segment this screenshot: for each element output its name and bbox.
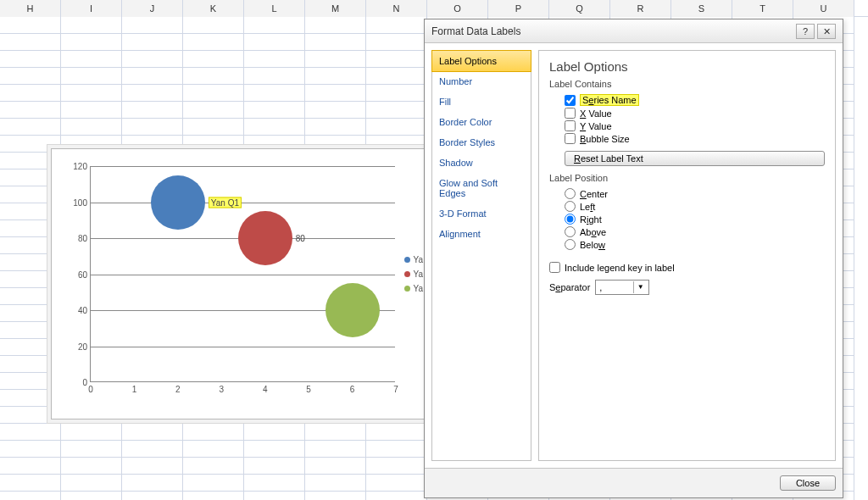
cell[interactable] [122,475,183,492]
cell[interactable] [183,475,244,492]
cell[interactable] [366,102,427,119]
cell[interactable] [183,17,244,34]
cell[interactable] [305,492,366,500]
label-position-radio[interactable] [565,188,576,199]
cell[interactable] [0,68,61,85]
cell[interactable] [61,34,122,51]
column-header[interactable]: S [671,0,732,17]
column-header[interactable]: H [0,0,61,17]
cell[interactable] [61,17,122,34]
cell[interactable] [244,34,305,51]
cell[interactable] [305,475,366,492]
cell[interactable] [61,492,122,500]
cell[interactable] [61,51,122,68]
cell[interactable] [244,458,305,475]
cell[interactable] [366,34,427,51]
cell[interactable] [61,424,122,441]
column-header[interactable]: K [183,0,244,17]
cell[interactable] [0,102,61,119]
nav-item[interactable]: Fill [432,92,531,112]
cell[interactable] [183,51,244,68]
label-position-radio[interactable] [565,201,576,212]
cell[interactable] [305,17,366,34]
nav-item[interactable]: Glow and Soft Edges [432,173,531,203]
cell[interactable] [305,85,366,102]
cell[interactable] [366,475,427,492]
column-header[interactable]: Q [549,0,610,17]
cell[interactable] [61,85,122,102]
cell[interactable] [305,441,366,458]
cell[interactable] [183,119,244,136]
cell[interactable] [366,68,427,85]
cell[interactable] [305,458,366,475]
cell[interactable] [0,119,61,136]
nav-item[interactable]: Border Color [432,112,531,132]
cell[interactable] [366,119,427,136]
cell[interactable] [0,17,61,34]
cell[interactable] [0,475,61,492]
cell[interactable] [366,458,427,475]
separator-select[interactable]: , ▼ [595,280,649,295]
label-position-radio[interactable] [565,226,576,237]
column-header[interactable]: O [427,0,488,17]
cell[interactable] [366,17,427,34]
label-contains-checkbox[interactable] [565,108,576,119]
cell[interactable] [0,34,61,51]
cell[interactable] [244,17,305,34]
column-header[interactable]: J [122,0,183,17]
cell[interactable] [122,492,183,500]
help-button[interactable]: ? [796,24,815,39]
nav-item[interactable]: Alignment [432,224,531,244]
cell[interactable] [366,51,427,68]
cell[interactable] [0,51,61,68]
cell[interactable] [183,68,244,85]
cell[interactable] [244,475,305,492]
bubble-point[interactable] [151,175,205,230]
cell[interactable] [61,102,122,119]
cell[interactable] [305,68,366,85]
cell[interactable] [0,85,61,102]
nav-item[interactable]: Number [432,71,531,92]
cell[interactable] [61,119,122,136]
cell[interactable] [183,458,244,475]
column-header[interactable]: P [488,0,549,17]
cell[interactable] [61,68,122,85]
cell[interactable] [366,424,427,441]
cell[interactable] [366,441,427,458]
cell[interactable] [305,51,366,68]
column-header[interactable]: R [610,0,671,17]
cell[interactable] [305,34,366,51]
label-contains-checkbox[interactable] [565,95,576,106]
cell[interactable] [61,475,122,492]
cell[interactable] [183,492,244,500]
column-header[interactable]: M [305,0,366,17]
column-header[interactable]: L [244,0,305,17]
bubble-point[interactable] [238,211,292,265]
cell[interactable] [0,441,61,458]
cell[interactable] [183,34,244,51]
cell[interactable] [122,441,183,458]
close-button[interactable]: Close [780,475,836,491]
reset-label-text-button[interactable]: Reset Label Text [565,151,825,166]
cell[interactable] [244,85,305,102]
cell[interactable] [183,102,244,119]
cell[interactable] [61,458,122,475]
nav-item[interactable]: Label Options [431,50,531,72]
cell[interactable] [366,492,427,500]
column-header[interactable]: T [732,0,793,17]
cell[interactable] [183,85,244,102]
cell[interactable] [366,85,427,102]
cell[interactable] [122,102,183,119]
cell[interactable] [244,68,305,85]
cell[interactable] [122,458,183,475]
cell[interactable] [305,424,366,441]
cell[interactable] [122,34,183,51]
cell[interactable] [244,102,305,119]
label-contains-checkbox[interactable] [565,133,576,144]
cell[interactable] [244,424,305,441]
label-position-radio[interactable] [565,239,576,250]
bubble-chart[interactable]: 02040608010012001234567Yan Q180 YaYaYa [51,148,432,419]
cell[interactable] [183,424,244,441]
dialog-titlebar[interactable]: Format Data Labels ? ✕ [425,19,843,43]
cell[interactable] [305,102,366,119]
